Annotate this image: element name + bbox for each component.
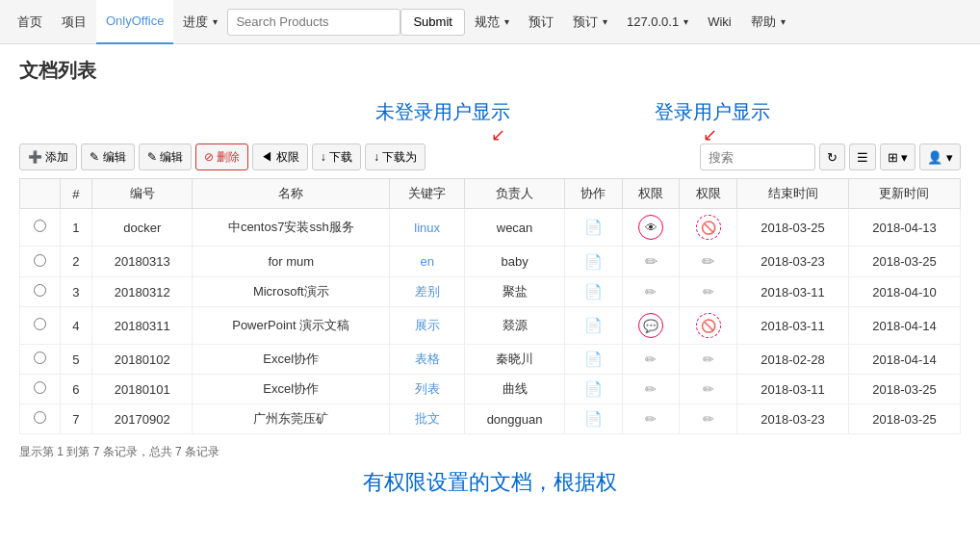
row-perm2[interactable]: ✏ bbox=[680, 404, 737, 434]
user-filter-button[interactable]: 👤 ▾ bbox=[919, 143, 961, 170]
perm2-eye-slash-icon[interactable]: 🚫 bbox=[696, 215, 721, 240]
row-name: PowerPoint 演示文稿 bbox=[193, 307, 390, 345]
perm2-slash-icon[interactable]: 🚫 bbox=[696, 313, 721, 338]
table-row: 4 20180311 PowerPoint 演示文稿 展示 燚源 📄 💬 🚫 2… bbox=[20, 307, 961, 345]
row-keyword[interactable]: 批文 bbox=[390, 404, 465, 434]
row-radio[interactable] bbox=[20, 247, 61, 277]
refresh-button[interactable]: ↻ bbox=[819, 143, 845, 170]
row-owner: wecan bbox=[465, 209, 565, 247]
edit-button1[interactable]: ✎ 编辑 bbox=[81, 143, 134, 170]
perm2-edit-icon: ✏ bbox=[703, 284, 714, 300]
add-button[interactable]: ➕ 添加 bbox=[19, 143, 77, 170]
th-code: 编号 bbox=[92, 179, 193, 209]
row-perm1[interactable]: 💬 bbox=[622, 307, 680, 345]
row-index: 7 bbox=[60, 404, 92, 434]
row-end-date: 2018-03-23 bbox=[737, 247, 849, 277]
row-name: Excel协作 bbox=[193, 345, 390, 375]
row-owner: 秦晓川 bbox=[465, 345, 565, 375]
nav-progress[interactable]: 进度 ▾ bbox=[173, 0, 227, 44]
row-end-date: 2018-03-11 bbox=[737, 277, 849, 307]
row-perm1[interactable]: ✏ bbox=[622, 404, 680, 434]
row-perm2[interactable]: 🚫 bbox=[680, 209, 737, 247]
nav-spec[interactable]: 规范 ▾ bbox=[465, 0, 519, 44]
row-update-date: 2018-04-14 bbox=[848, 307, 960, 345]
row-radio[interactable] bbox=[20, 375, 61, 404]
perm1-slash-icon: ✏ bbox=[645, 253, 658, 270]
row-keyword[interactable]: 展示 bbox=[390, 307, 465, 345]
row-perm2[interactable]: ✏ bbox=[680, 277, 737, 307]
th-collab: 协作 bbox=[565, 179, 623, 209]
row-perm2[interactable]: ✏ bbox=[680, 247, 737, 277]
file-icon-pdf: 📄 bbox=[584, 410, 603, 427]
row-code: 20170902 bbox=[92, 404, 193, 434]
row-perm2[interactable]: 🚫 bbox=[680, 307, 737, 345]
row-keyword[interactable]: 差别 bbox=[390, 277, 465, 307]
perm2-edit-icon: ✏ bbox=[703, 381, 714, 397]
row-keyword[interactable]: 列表 bbox=[390, 375, 465, 404]
perm1-chat-icon[interactable]: 💬 bbox=[638, 313, 663, 338]
row-collab: 📄 bbox=[565, 375, 623, 404]
nav-reservation2[interactable]: 预订 ▾ bbox=[563, 0, 617, 44]
submit-button[interactable]: Submit bbox=[400, 9, 464, 36]
row-perm1[interactable]: ✏ bbox=[622, 277, 680, 307]
download-as-button[interactable]: ↓ 下载为 bbox=[365, 143, 426, 170]
search-input[interactable] bbox=[227, 9, 400, 36]
row-perm1[interactable]: ✏ bbox=[622, 247, 680, 277]
th-name: 名称 bbox=[193, 179, 390, 209]
row-perm2[interactable]: ✏ bbox=[680, 345, 737, 375]
file-icon-ppt: 📄 bbox=[584, 283, 603, 300]
nav-onlyoffice[interactable]: OnlyOffice bbox=[96, 0, 173, 44]
nav-home[interactable]: 首页 bbox=[8, 0, 52, 44]
perm1-edit-icon: ✏ bbox=[645, 352, 657, 367]
row-radio[interactable] bbox=[20, 404, 61, 434]
perm-button[interactable]: ◀ 权限 bbox=[252, 143, 307, 170]
download-button[interactable]: ↓ 下载 bbox=[312, 143, 361, 170]
view-grid-button[interactable]: ⊞ ▾ bbox=[880, 143, 916, 170]
nav-project[interactable]: 项目 bbox=[52, 0, 96, 44]
nav-ip[interactable]: 127.0.0.1 ▾ bbox=[617, 0, 698, 44]
row-code: 20180102 bbox=[92, 345, 193, 375]
row-radio[interactable] bbox=[20, 345, 61, 375]
file-icon-word: 📄 bbox=[584, 253, 603, 270]
view-list-button[interactable]: ☰ bbox=[849, 143, 876, 170]
row-code: 20180313 bbox=[92, 247, 193, 277]
th-radio bbox=[20, 179, 61, 209]
row-perm2[interactable]: ✏ bbox=[680, 375, 737, 404]
row-index: 1 bbox=[60, 209, 92, 247]
row-owner: baby bbox=[465, 247, 565, 277]
perm2-edit-icon: ✏ bbox=[703, 352, 714, 367]
row-end-date: 2018-03-11 bbox=[737, 307, 849, 345]
table-row: 6 20180101 Excel协作 列表 曲线 📄 ✏ ✏ 2018-03-1… bbox=[20, 375, 961, 404]
th-perm1: 权限 bbox=[622, 179, 680, 209]
nav-wiki[interactable]: Wiki bbox=[698, 0, 741, 44]
row-code: 20180312 bbox=[92, 277, 193, 307]
row-owner: 聚盐 bbox=[465, 277, 565, 307]
row-keyword[interactable]: linux bbox=[390, 209, 465, 247]
edit-button2[interactable]: ✎ 编辑 bbox=[139, 143, 192, 170]
row-perm1[interactable]: ✏ bbox=[622, 345, 680, 375]
perm1-eye-icon[interactable]: 👁 bbox=[638, 215, 663, 240]
row-keyword[interactable]: en bbox=[390, 247, 465, 277]
nav-reservation1[interactable]: 预订 bbox=[519, 0, 563, 44]
th-end-date: 结束时间 bbox=[737, 179, 849, 209]
nav-help[interactable]: 帮助 ▾ bbox=[741, 0, 795, 44]
th-index: # bbox=[60, 179, 92, 209]
page-title: 文档列表 bbox=[19, 58, 961, 84]
row-radio[interactable] bbox=[20, 277, 61, 307]
file-icon-word: 📄 bbox=[584, 219, 603, 235]
table-search-input[interactable] bbox=[700, 143, 815, 170]
row-radio[interactable] bbox=[20, 307, 61, 345]
row-perm1[interactable]: 👁 bbox=[622, 209, 680, 247]
row-keyword[interactable]: 表格 bbox=[390, 345, 465, 375]
row-radio[interactable] bbox=[20, 209, 61, 247]
row-collab: 📄 bbox=[565, 307, 623, 345]
row-index: 2 bbox=[60, 247, 92, 277]
row-perm1[interactable]: ✏ bbox=[622, 375, 680, 404]
row-owner: 燚源 bbox=[465, 307, 565, 345]
row-owner: dongguan bbox=[465, 404, 565, 434]
th-owner: 负责人 bbox=[465, 179, 565, 209]
main-content: 文档列表 未登录用户显示 登录用户显示 ↙ ↙ ➕ 添加 ✎ 编辑 ✎ 编辑 ⊘… bbox=[0, 44, 980, 510]
th-update-date: 更新时间 bbox=[848, 179, 960, 209]
delete-button[interactable]: ⊘ 删除 bbox=[195, 143, 248, 170]
row-collab: 📄 bbox=[565, 247, 623, 277]
